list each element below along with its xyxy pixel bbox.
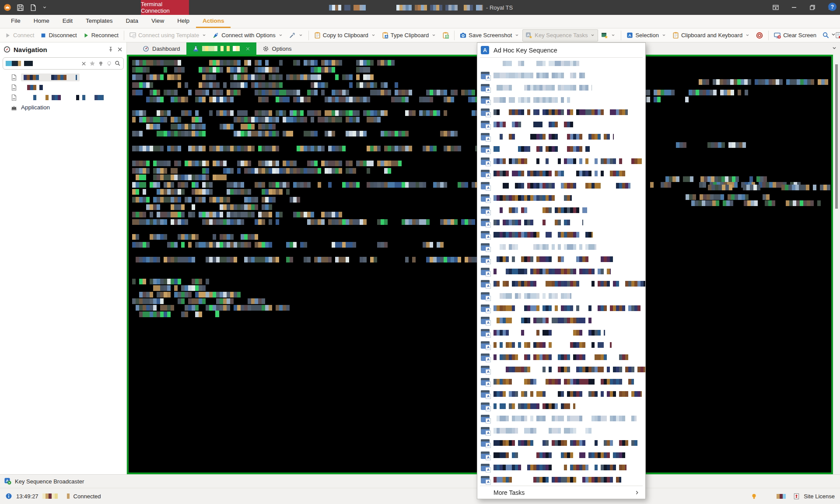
chevron-right-icon [634, 490, 640, 496]
connection-tools-button[interactable] [286, 29, 306, 42]
menu-item-redacted-task[interactable] [477, 265, 645, 277]
connect-using-template-button[interactable]: Connect using Template [126, 29, 210, 42]
connect-button[interactable]: Connect [2, 29, 37, 42]
menu-item-edit[interactable]: Edit [56, 15, 79, 28]
search-options-icon[interactable] [115, 60, 121, 66]
gear-icon [262, 46, 269, 52]
tab-dashboard[interactable]: Dashboard [136, 42, 186, 55]
menu-item-redacted-task[interactable] [477, 449, 645, 461]
menu-item-redacted-task[interactable] [477, 363, 645, 375]
menu-item-label-redacted [494, 318, 593, 323]
menu-item-redacted-task[interactable] [477, 204, 645, 216]
menu-item-view[interactable]: View [145, 15, 171, 28]
type-clipboard-button[interactable]: Type Clipboard [379, 29, 439, 42]
clipboard-and-keyboard-button[interactable]: Clipboard and Keyboard [669, 29, 753, 42]
menu-item-redacted-task[interactable] [477, 167, 645, 179]
menu-item-redacted-task[interactable] [477, 351, 645, 363]
menu-item-redacted-task[interactable] [477, 143, 645, 155]
menu-item-redacted-task[interactable] [477, 192, 645, 204]
terminal-scrollbar[interactable] [833, 55, 840, 474]
menu-item-label-redacted [494, 220, 583, 225]
menu-item-label-redacted [494, 207, 587, 213]
tabbar-overflow-chevron-icon[interactable] [831, 45, 837, 51]
selection-button[interactable]: Selection [623, 29, 669, 42]
bulb-outline-icon[interactable] [106, 61, 112, 66]
menu-item-redacted-task[interactable] [477, 473, 645, 486]
tab-terminal-active[interactable] [186, 42, 256, 55]
menu-item-redacted-task[interactable] [477, 130, 645, 143]
info-icon[interactable] [5, 493, 12, 500]
restore-button[interactable] [803, 0, 822, 15]
menu-item-redacted-task[interactable] [477, 69, 645, 81]
menu-item-file[interactable]: File [4, 15, 27, 28]
menu-item-redacted-task[interactable] [477, 302, 645, 314]
menu-item-redacted-task[interactable] [477, 277, 645, 290]
key-sequence-tasks-button[interactable]: Key Sequence Tasks [522, 29, 598, 42]
close-tab-icon[interactable] [245, 46, 250, 51]
menu-item-redacted-task[interactable] [477, 216, 645, 228]
menu-item-redacted-task[interactable] [477, 437, 645, 449]
menu-item-redacted-task[interactable] [477, 461, 645, 473]
reconnect-button[interactable]: Reconnect [80, 29, 122, 42]
save-icon[interactable] [17, 4, 24, 11]
scrollbar-thumb[interactable] [835, 64, 838, 209]
context-tab-terminal-connection[interactable]: Terminal Connection [141, 0, 189, 15]
titlebar: Terminal Connection - Royal TS [0, 0, 840, 15]
menu-item-redacted-task[interactable] [477, 375, 645, 388]
menu-item-redacted-task[interactable] [477, 314, 645, 326]
menu-item-label-redacted [494, 183, 630, 189]
menu-item-redacted-task[interactable] [477, 412, 645, 424]
lightbulb-icon[interactable] [751, 493, 757, 500]
bulb-filled-icon[interactable] [98, 61, 104, 66]
menu-item-redacted-task[interactable] [477, 228, 645, 241]
menu-item-redacted-task[interactable] [477, 253, 645, 265]
menu-item-home[interactable]: Home [27, 15, 56, 28]
save-screenshot-button[interactable]: Save Screenshot [457, 29, 522, 42]
record-stop-button[interactable] [753, 29, 766, 42]
menu-item-redacted-task[interactable] [477, 400, 645, 412]
menu-item-redacted-task[interactable] [477, 94, 645, 106]
close-panel-icon[interactable] [117, 46, 123, 52]
menu-item-redacted-task[interactable] [477, 326, 645, 339]
help-icon[interactable]: ? [828, 3, 836, 11]
menu-item-redacted-task[interactable] [477, 118, 645, 130]
tree-item-application[interactable]: Application [0, 102, 126, 112]
paste-clipboard-button[interactable] [439, 29, 452, 42]
favorite-tasks-button[interactable] [598, 29, 619, 42]
task-window-a-icon [481, 206, 490, 214]
menu-item-redacted-task[interactable] [477, 81, 645, 94]
menu-item-redacted-task[interactable] [477, 155, 645, 167]
clear-search-icon[interactable] [81, 61, 87, 66]
star-filter-icon[interactable] [89, 60, 95, 66]
menu-item-help[interactable]: Help [171, 15, 196, 28]
connect-play-icon [5, 32, 11, 38]
tree-item-connection-1[interactable] [0, 72, 126, 82]
tab-options[interactable]: Options [256, 42, 298, 55]
minimize-button[interactable] [785, 0, 803, 15]
menu-item-redacted-task[interactable] [477, 388, 645, 400]
ribbon-toggle-button[interactable] [766, 0, 785, 15]
menu-item-redacted-task[interactable] [477, 339, 645, 351]
tree-item-connection-3[interactable] [0, 92, 126, 102]
menu-item-redacted-task[interactable] [477, 424, 645, 437]
menu-item-actions[interactable]: Actions [196, 15, 231, 28]
toolbar-overflow-chevron-icon[interactable] [830, 32, 836, 38]
navigation-search-input[interactable] [3, 57, 124, 70]
menu-item-redacted-task[interactable] [477, 179, 645, 192]
menu-item-more-tasks[interactable]: More Tasks [477, 486, 645, 499]
menu-item-redacted-task[interactable] [477, 290, 645, 302]
menu-item-templates[interactable]: Templates [79, 15, 119, 28]
new-document-icon[interactable] [29, 4, 37, 11]
disconnect-button[interactable]: Disconnect [37, 29, 80, 42]
menu-item-redacted-task[interactable] [477, 106, 645, 118]
clear-screen-button[interactable]: Clear Screen [771, 29, 819, 42]
menu-item-data[interactable]: Data [119, 15, 145, 28]
connect-with-options-button[interactable]: Connect with Options [210, 29, 286, 42]
quick-access-chevron-icon[interactable] [42, 5, 47, 10]
menu-item-redacted-task[interactable] [477, 241, 645, 253]
copy-to-clipboard-button[interactable]: Copy to Clipboard [311, 29, 379, 42]
tree-item-connection-2[interactable] [0, 82, 126, 92]
menu-item-ad-hoc-key-sequence[interactable]: A Ad Hoc Key Sequence [477, 43, 645, 57]
pin-icon[interactable] [108, 46, 114, 52]
minimize-icon [791, 4, 798, 11]
